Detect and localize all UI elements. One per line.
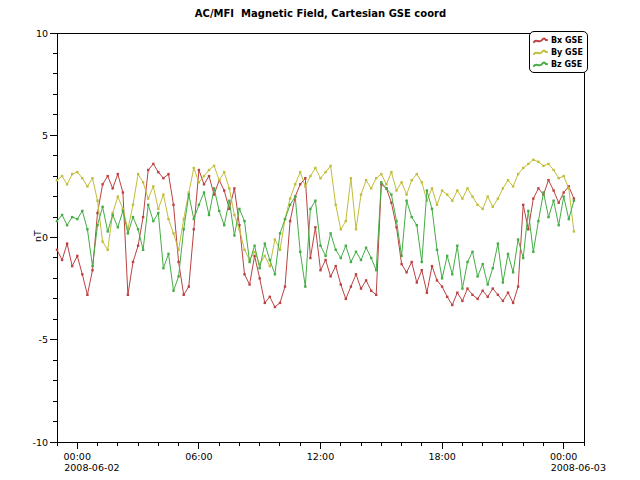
data-point-bx-gse xyxy=(91,269,93,271)
data-point-by-gse xyxy=(441,189,443,191)
data-point-bx-gse xyxy=(81,273,83,275)
data-point-bx-gse xyxy=(370,290,372,292)
data-point-by-gse xyxy=(157,208,159,210)
data-point-bz-gse xyxy=(421,261,423,263)
x-tick-label: 00:00 xyxy=(550,451,577,462)
data-point-bx-gse xyxy=(314,226,316,228)
data-point-bx-gse xyxy=(243,273,245,275)
data-point-bz-gse xyxy=(259,267,261,269)
data-point-bx-gse xyxy=(122,191,124,193)
data-point-bz-gse xyxy=(563,195,565,197)
data-point-bx-gse xyxy=(466,287,468,289)
x-tick-label: 18:00 xyxy=(428,451,455,462)
data-point-bx-gse xyxy=(390,202,392,204)
data-point-by-gse xyxy=(228,187,230,189)
data-point-by-gse xyxy=(101,240,103,242)
data-point-bx-gse xyxy=(522,204,524,206)
data-point-by-gse xyxy=(400,181,402,183)
data-point-bz-gse xyxy=(507,253,509,255)
data-point-by-gse xyxy=(309,175,311,177)
data-point-bx-gse xyxy=(502,300,504,302)
data-point-bz-gse xyxy=(456,245,458,247)
bz-line-sample-icon xyxy=(533,60,548,69)
data-point-by-gse xyxy=(517,173,519,175)
data-point-bz-gse xyxy=(203,191,205,193)
data-point-bx-gse xyxy=(517,285,519,287)
data-point-by-gse xyxy=(375,177,377,179)
data-point-by-gse xyxy=(522,167,524,169)
data-point-bz-gse xyxy=(61,214,63,216)
by-line-sample-icon xyxy=(533,48,548,57)
data-point-by-gse xyxy=(482,208,484,210)
data-point-bx-gse xyxy=(208,175,210,177)
data-point-bx-gse xyxy=(86,294,88,296)
data-point-bz-gse xyxy=(183,228,185,230)
data-point-bx-gse xyxy=(436,279,438,281)
data-point-bx-gse xyxy=(274,306,276,308)
data-point-bz-gse xyxy=(147,204,149,206)
data-point-by-gse xyxy=(198,181,200,183)
data-point-by-gse xyxy=(61,175,63,177)
data-point-by-gse xyxy=(329,165,331,167)
data-point-by-gse xyxy=(117,195,119,197)
data-point-by-gse xyxy=(487,195,489,197)
data-point-bz-gse xyxy=(324,255,326,257)
data-point-by-gse xyxy=(213,165,215,167)
y-tick-label: 10 xyxy=(36,28,48,39)
data-point-by-gse xyxy=(223,171,225,173)
data-point-bx-gse xyxy=(319,269,321,271)
data-point-bz-gse xyxy=(269,259,271,261)
data-point-bx-gse xyxy=(482,290,484,292)
data-point-bx-gse xyxy=(223,189,225,191)
data-point-by-gse xyxy=(527,163,529,165)
data-point-bz-gse xyxy=(405,200,407,202)
data-point-bz-gse xyxy=(274,273,276,275)
data-point-bx-gse xyxy=(279,302,281,304)
data-point-by-gse xyxy=(132,204,134,206)
data-point-bz-gse xyxy=(512,271,514,273)
series-line-bx-gse xyxy=(57,164,574,307)
data-point-by-gse xyxy=(390,171,392,173)
data-point-bx-gse xyxy=(76,255,78,257)
data-point-bx-gse xyxy=(162,177,164,179)
data-point-by-gse xyxy=(243,249,245,251)
data-point-bz-gse xyxy=(137,228,139,230)
data-point-bx-gse xyxy=(345,298,347,300)
data-point-bz-gse xyxy=(314,200,316,202)
data-point-by-gse xyxy=(71,173,73,175)
data-point-by-gse xyxy=(502,187,504,189)
bx-line-sample-icon xyxy=(533,36,548,45)
data-point-by-gse xyxy=(147,197,149,199)
data-point-by-gse xyxy=(476,204,478,206)
data-point-bz-gse xyxy=(446,255,448,257)
data-point-bz-gse xyxy=(319,245,321,247)
data-point-by-gse xyxy=(542,165,544,167)
data-point-bz-gse xyxy=(416,224,418,226)
data-point-bx-gse xyxy=(233,187,235,189)
data-point-by-gse xyxy=(299,171,301,173)
data-point-by-gse xyxy=(350,177,352,179)
data-point-bz-gse xyxy=(441,277,443,279)
data-point-bz-gse xyxy=(96,224,98,226)
data-point-by-gse xyxy=(563,175,565,177)
magnetic-field-plot-window: AC/MFI Magnetic Field, Cartesian GSE coo… xyxy=(0,0,640,480)
legend-item-bz: Bz GSE xyxy=(533,58,583,70)
data-point-by-gse xyxy=(183,218,185,220)
data-point-bx-gse xyxy=(112,187,114,189)
data-point-by-gse xyxy=(466,187,468,189)
data-point-by-gse xyxy=(411,179,413,181)
data-point-bz-gse xyxy=(248,261,250,263)
data-point-bx-gse xyxy=(269,296,271,298)
y-tick-label: 5 xyxy=(42,130,48,141)
data-point-bz-gse xyxy=(233,234,235,236)
data-point-bx-gse xyxy=(426,292,428,294)
legend: Bx GSE By GSE Bz GSE xyxy=(529,31,588,73)
data-point-by-gse xyxy=(380,173,382,175)
data-point-bx-gse xyxy=(461,300,463,302)
data-point-by-gse xyxy=(416,173,418,175)
data-point-by-gse xyxy=(446,193,448,195)
data-point-bz-gse xyxy=(385,187,387,189)
data-point-by-gse xyxy=(269,265,271,267)
data-point-bz-gse xyxy=(238,208,240,210)
data-point-by-gse xyxy=(345,220,347,222)
